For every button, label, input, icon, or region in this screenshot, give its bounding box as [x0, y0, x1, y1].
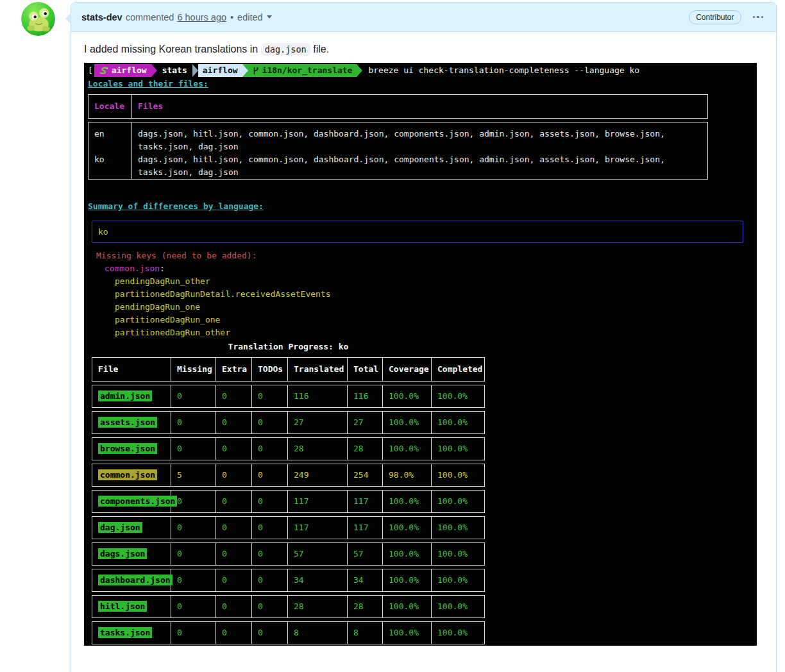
avatar[interactable]: [21, 2, 55, 36]
total-cell: 28: [348, 596, 383, 617]
total-cell: 254: [348, 464, 383, 486]
completed-cell: 100.0%: [432, 596, 485, 617]
progress-table-row: tasks.json 0 0 0 8 8 100.0% 100.0%: [92, 621, 485, 644]
progress-table-row: dag.json 0 0 0 117 117 100.0% 100.0%: [92, 516, 485, 539]
missing-keys-colon: :: [160, 264, 165, 273]
prompt-venv-segment: airflow: [94, 64, 151, 77]
completed-cell: 100.0%: [432, 491, 485, 512]
column-header-locale: Locale: [89, 95, 132, 118]
missing-cell: 0: [171, 569, 216, 591]
extra-cell: 0: [216, 543, 252, 565]
missing-key-item: pendingDagRun_one: [88, 301, 753, 314]
file-cell: dag.json: [92, 517, 171, 539]
missing-key-item: pendingDagRun_other: [88, 275, 753, 288]
translated-cell: 249: [288, 464, 348, 486]
github-comment-page: stats-dev commented 6 hours ago • edited…: [0, 0, 785, 672]
translated-cell: 116: [288, 385, 348, 407]
coverage-cell: 100.0%: [383, 622, 432, 644]
missing-keys-filename: common.json: [105, 264, 160, 273]
missing-cell: 0: [171, 438, 216, 460]
files-cell: dags.json, hitl.json, common.json, dashb…: [132, 122, 707, 153]
total-cell: 117: [348, 491, 383, 512]
comment-caret-icon: [65, 13, 71, 24]
coverage-cell: 100.0%: [383, 543, 432, 565]
comment-body: I added missing Korean translations in d…: [71, 32, 776, 659]
extra-cell: 0: [216, 622, 252, 644]
prompt-bracket: [: [88, 64, 93, 77]
completed-cell: 100.0%: [432, 412, 485, 433]
missing-cell: 0: [171, 517, 216, 539]
timestamp-link[interactable]: 6 hours ago: [177, 12, 226, 22]
git-branch-icon: [253, 67, 259, 75]
locale-cell: en: [89, 122, 132, 153]
total-cell: 34: [348, 569, 383, 591]
translated-cell: 57: [288, 543, 348, 565]
frog-avatar-image: [21, 2, 55, 36]
extra-cell: 0: [216, 385, 252, 407]
kebab-menu-icon[interactable]: [750, 12, 766, 22]
progress-table-row: components.json 0 0 0 117 117 100.0% 100…: [92, 490, 485, 513]
progress-table-row: dags.json 0 0 0 57 57 100.0% 100.0%: [92, 542, 485, 566]
chevron-down-icon: [267, 15, 272, 19]
file-cell: hitl.json: [92, 596, 171, 617]
comment-card: stats-dev commented 6 hours ago • edited…: [71, 2, 777, 672]
missing-cell: 5: [171, 464, 216, 486]
translated-cell: 117: [288, 517, 348, 539]
progress-table-title: Translation Progress: ko: [92, 340, 485, 353]
comment-author-link[interactable]: stats-dev: [81, 12, 122, 22]
language-panel: ko: [92, 221, 743, 243]
column-header-completed: Completed: [432, 358, 485, 381]
total-cell: 28: [348, 438, 383, 460]
locale-row: en dags.json, hitl.json, common.json, da…: [89, 122, 707, 153]
progress-table-row: browse.json 0 0 0 28 28 100.0% 100.0%: [92, 437, 485, 460]
missing-cell: 0: [171, 543, 216, 565]
progress-table-row: hitl.json 0 0 0 28 28 100.0% 100.0%: [92, 595, 485, 618]
summary-heading: Summary of differences by language:: [88, 200, 753, 213]
locale-row: ko dags.json, hitl.json, common.json, da…: [89, 153, 707, 179]
file-badge: browse.json: [98, 443, 157, 454]
file-badge: hitl.json: [98, 601, 147, 612]
missing-cell: 0: [171, 385, 216, 407]
prompt-dir-segment: airflow: [198, 64, 242, 77]
powerline-arrow-icon: [192, 64, 198, 77]
todos-cell: 0: [252, 491, 288, 512]
edited-dropdown[interactable]: edited: [237, 12, 272, 22]
venv-label: airflow: [112, 64, 147, 77]
file-cell: common.json: [92, 464, 171, 486]
snake-icon: [99, 67, 108, 75]
missing-keys-title: Missing keys (need to be added):: [88, 249, 753, 262]
comment-text-end: file.: [310, 44, 329, 55]
locales-table-body: en dags.json, hitl.json, common.json, da…: [88, 122, 708, 180]
completed-cell: 100.0%: [432, 464, 485, 486]
powerline-arrow-icon: [242, 64, 248, 77]
file-badge: assets.json: [98, 417, 157, 428]
missing-cell: 0: [171, 622, 216, 644]
todos-cell: 0: [252, 385, 288, 407]
shell-command: breeze ui check-translation-completeness…: [368, 64, 639, 77]
coverage-cell: 100.0%: [383, 596, 432, 617]
progress-table-row: assets.json 0 0 0 27 27 100.0% 100.0%: [92, 411, 485, 434]
comment-text-start: I added missing Korean translations in: [84, 44, 261, 55]
file-badge: tasks.json: [98, 627, 152, 638]
inline-code: dag.json: [261, 43, 310, 56]
missing-key-item: partitionedDagRunDetail.receivedAssetEve…: [88, 288, 753, 301]
file-badge: components.json: [98, 496, 177, 507]
extra-cell: 0: [216, 412, 252, 433]
missing-cell: 0: [171, 596, 216, 617]
file-cell: admin.json: [92, 385, 171, 407]
progress-table-row: common.json 5 0 0 249 254 98.0% 100.0%: [92, 464, 485, 487]
comment-header: stats-dev commented 6 hours ago • edited…: [71, 3, 776, 32]
terminal-screenshot[interactable]: [ airflow stats airflow: [84, 63, 757, 646]
completed-cell: 100.0%: [432, 569, 485, 591]
column-header-total: Total: [348, 358, 383, 381]
file-cell: assets.json: [92, 412, 171, 433]
extra-cell: 0: [216, 464, 252, 486]
powerline-arrow-icon: [151, 64, 157, 77]
progress-table: File Missing Extra TODOs Translated Tota…: [92, 357, 485, 646]
column-header-file: File: [92, 358, 171, 381]
todos-cell: 0: [252, 543, 288, 565]
extra-cell: 0: [216, 438, 252, 460]
column-header-missing: Missing: [171, 358, 216, 381]
coverage-cell: 100.0%: [383, 385, 432, 407]
todos-cell: 0: [252, 412, 288, 433]
